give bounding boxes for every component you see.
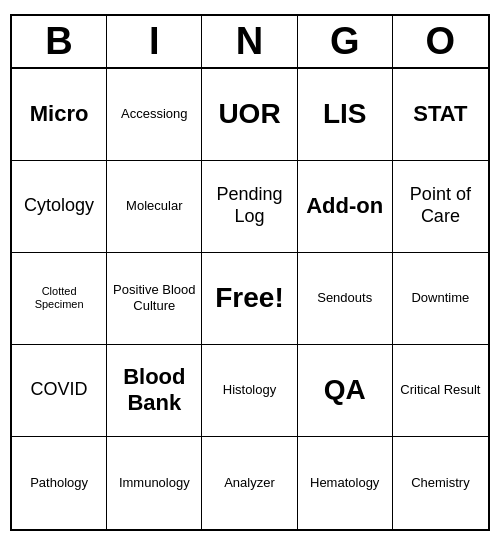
bingo-cell: COVID	[12, 345, 107, 437]
bingo-header: BINGO	[12, 16, 488, 69]
header-letter: B	[12, 16, 107, 67]
cell-text: Hematology	[310, 475, 379, 491]
cell-text: STAT	[413, 101, 467, 127]
bingo-cell: Add-on	[298, 161, 393, 253]
cell-text: Positive Blood Culture	[111, 282, 197, 313]
header-letter: G	[298, 16, 393, 67]
bingo-cell: Point of Care	[393, 161, 488, 253]
bingo-cell: Free!	[202, 253, 297, 345]
cell-text: QA	[324, 373, 366, 407]
bingo-cell: Cytology	[12, 161, 107, 253]
cell-text: Cytology	[24, 195, 94, 217]
cell-text: Add-on	[306, 193, 383, 219]
cell-text: Downtime	[411, 290, 469, 306]
cell-text: Histology	[223, 382, 276, 398]
bingo-cell: Pathology	[12, 437, 107, 529]
bingo-cell: Immunology	[107, 437, 202, 529]
bingo-cell: Critical Result	[393, 345, 488, 437]
cell-text: Analyzer	[224, 475, 275, 491]
cell-text: Blood Bank	[111, 364, 197, 417]
header-letter: I	[107, 16, 202, 67]
bingo-cell: STAT	[393, 69, 488, 161]
bingo-cell: LIS	[298, 69, 393, 161]
bingo-cell: Clotted Specimen	[12, 253, 107, 345]
bingo-cell: Hematology	[298, 437, 393, 529]
bingo-cell: Chemistry	[393, 437, 488, 529]
cell-text: Point of Care	[397, 184, 484, 227]
header-letter: N	[202, 16, 297, 67]
cell-text: COVID	[31, 379, 88, 401]
cell-text: LIS	[323, 97, 367, 131]
bingo-cell: Micro	[12, 69, 107, 161]
bingo-cell: QA	[298, 345, 393, 437]
bingo-cell: Downtime	[393, 253, 488, 345]
cell-text: Clotted Specimen	[16, 285, 102, 311]
cell-text: UOR	[218, 97, 280, 131]
bingo-cell: Molecular	[107, 161, 202, 253]
bingo-cell: Histology	[202, 345, 297, 437]
cell-text: Sendouts	[317, 290, 372, 306]
bingo-cell: Analyzer	[202, 437, 297, 529]
bingo-cell: UOR	[202, 69, 297, 161]
cell-text: Chemistry	[411, 475, 470, 491]
bingo-grid: MicroAccessiongUORLISSTATCytologyMolecul…	[12, 69, 488, 529]
bingo-card: BINGO MicroAccessiongUORLISSTATCytologyM…	[10, 14, 490, 531]
cell-text: Micro	[30, 101, 89, 127]
cell-text: Immunology	[119, 475, 190, 491]
bingo-cell: Positive Blood Culture	[107, 253, 202, 345]
bingo-cell: Sendouts	[298, 253, 393, 345]
bingo-cell: Pending Log	[202, 161, 297, 253]
bingo-cell: Blood Bank	[107, 345, 202, 437]
cell-text: Critical Result	[400, 382, 480, 398]
cell-text: Pathology	[30, 475, 88, 491]
cell-text: Pending Log	[206, 184, 292, 227]
cell-text: Molecular	[126, 198, 182, 214]
bingo-cell: Accessiong	[107, 69, 202, 161]
cell-text: Free!	[215, 281, 283, 315]
cell-text: Accessiong	[121, 106, 187, 122]
header-letter: O	[393, 16, 488, 67]
